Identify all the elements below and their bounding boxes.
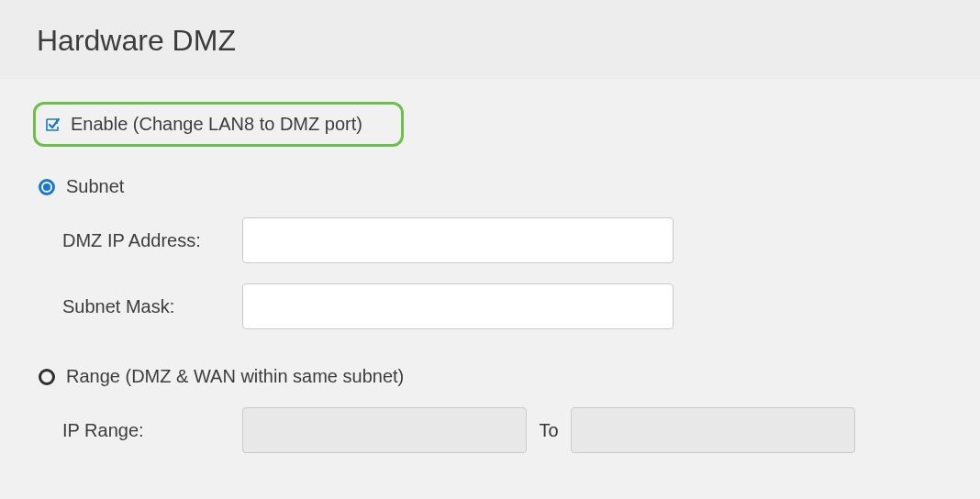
page-content: Enable (Change LAN8 to DMZ port) Subnet … [0, 80, 980, 453]
ip-range-from-input[interactable] [242, 407, 527, 453]
option-range[interactable]: Range (DMZ & WAN within same subnet) [33, 366, 947, 387]
radio-subnet[interactable] [39, 179, 55, 195]
range-fields: IP Range: To [33, 407, 947, 453]
dmz-ip-input[interactable] [242, 217, 674, 263]
page-title: Hardware DMZ [37, 24, 943, 58]
radio-range[interactable] [39, 369, 55, 385]
subnet-fields: DMZ IP Address: Subnet Mask: [33, 217, 947, 329]
ip-range-to-label: To [527, 420, 571, 441]
option-subnet[interactable]: Subnet [33, 176, 947, 197]
enable-checkbox[interactable] [45, 117, 60, 132]
field-ip-range: IP Range: To [62, 407, 947, 453]
field-subnet-mask: Subnet Mask: [62, 283, 947, 329]
checkbox-checked-icon [45, 117, 60, 132]
enable-highlight: Enable (Change LAN8 to DMZ port) [33, 102, 404, 147]
enable-label: Enable (Change LAN8 to DMZ port) [71, 114, 362, 135]
subnet-mask-label: Subnet Mask: [62, 296, 242, 317]
page-header: Hardware DMZ [0, 0, 980, 80]
radio-range-label: Range (DMZ & WAN within same subnet) [66, 366, 404, 387]
dmz-ip-label: DMZ IP Address: [62, 230, 242, 251]
ip-range-to-input[interactable] [571, 407, 855, 453]
subnet-mask-input[interactable] [242, 283, 674, 329]
radio-subnet-label: Subnet [66, 176, 124, 197]
field-dmz-ip: DMZ IP Address: [62, 217, 947, 263]
ip-range-label: IP Range: [62, 420, 242, 441]
